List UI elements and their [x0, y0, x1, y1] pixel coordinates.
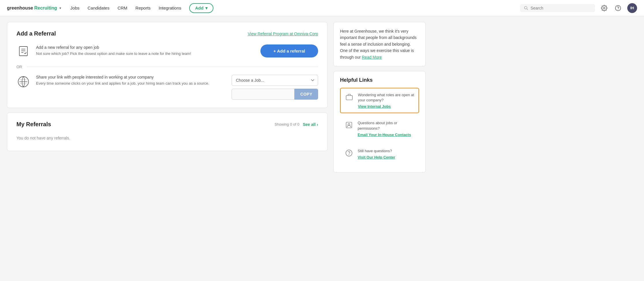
- add-referral-button[interactable]: + Add a referral: [260, 44, 318, 57]
- referral-desc-main: Add a new referral for any open job: [36, 45, 255, 50]
- internal-jobs-content: Wondering what roles are open at your co…: [358, 92, 414, 109]
- share-text: Share your link with people interested i…: [36, 75, 226, 86]
- avatar[interactable]: IH: [627, 3, 637, 13]
- email-contacts-desc: Questions about jobs or permissions?: [358, 120, 415, 131]
- my-referrals-header: My Referrals Showing 0 of 0 See all ›: [16, 121, 318, 128]
- nav-candidates[interactable]: Candidates: [88, 5, 110, 10]
- share-controls: Choose a Job... COPY: [232, 75, 318, 100]
- card-header: Add a Referral View Referral Program at …: [16, 30, 318, 37]
- search-icon: [524, 6, 528, 10]
- navbar: greenhouse Recruiting ▾ Jobs Candidates …: [0, 0, 644, 16]
- help-center-desc: Still have questions?: [358, 148, 415, 154]
- helpful-links-title: Helpful Links: [340, 77, 419, 83]
- svg-point-18: [346, 150, 352, 156]
- helpful-link-email-contacts: Questions about jobs or permissions? Ema…: [340, 116, 419, 141]
- helpful-links-card: Helpful Links Wondering what roles are o…: [333, 71, 426, 173]
- search-input[interactable]: [530, 6, 591, 10]
- right-panel: Here at Greenhouse, we think it's very i…: [333, 22, 426, 173]
- svg-line-1: [527, 9, 527, 10]
- job-select[interactable]: Choose a Job...: [232, 75, 318, 86]
- see-all-chevron-icon: ›: [317, 122, 318, 127]
- my-referrals-card: My Referrals Showing 0 of 0 See all › Yo…: [7, 113, 328, 151]
- svg-point-19: [349, 155, 349, 155]
- share-text-sub: Every time someone clicks on your link a…: [36, 81, 226, 86]
- share-link-row: Share your link with people interested i…: [16, 75, 318, 100]
- nav-reports[interactable]: Reports: [136, 5, 151, 10]
- email-contacts-content: Questions about jobs or permissions? Ema…: [358, 120, 415, 137]
- share-link-icon: [16, 75, 30, 89]
- help-center-link[interactable]: Visit Our Help Center: [358, 155, 395, 159]
- copy-row: COPY: [232, 89, 318, 100]
- info-card: Here at Greenhouse, we think it's very i…: [333, 22, 426, 66]
- brand-product: Recruiting: [34, 5, 57, 11]
- svg-point-2: [603, 7, 605, 9]
- svg-point-17: [348, 124, 350, 126]
- add-button[interactable]: Add ▾: [189, 3, 213, 13]
- add-button-label: Add: [195, 5, 203, 10]
- main-layout: Add a Referral View Referral Program at …: [0, 16, 433, 178]
- see-all-link[interactable]: See all ›: [303, 122, 318, 127]
- showing-count: Showing 0 of 0: [275, 122, 299, 126]
- nav-integrations[interactable]: Integrations: [159, 5, 181, 10]
- add-referral-title: Add a Referral: [16, 30, 56, 37]
- nav-right: IH: [520, 3, 637, 13]
- add-referral-card: Add a Referral View Referral Program at …: [7, 22, 328, 108]
- view-internal-jobs-link[interactable]: View Internal Jobs: [358, 104, 391, 109]
- brand-chevron-icon: ▾: [59, 6, 61, 10]
- info-text: Here at Greenhouse, we think it's very i…: [340, 28, 419, 60]
- helpful-link-help-center: Still have questions? Visit Our Help Cen…: [340, 144, 419, 164]
- my-referrals-title: My Referrals: [16, 121, 51, 128]
- svg-rect-5: [19, 46, 27, 56]
- email-contacts-link[interactable]: Email Your In-House Contacts: [358, 133, 411, 137]
- or-text: OR: [16, 65, 22, 69]
- nav-crm[interactable]: CRM: [117, 5, 127, 10]
- add-chevron-icon: ▾: [205, 5, 208, 11]
- person-icon: [344, 120, 354, 130]
- referral-description: Add a new referral for any open job Not …: [36, 45, 255, 57]
- settings-button[interactable]: [600, 3, 609, 13]
- help-icon: [615, 5, 621, 11]
- nav-links: Jobs Candidates CRM Reports Integrations…: [70, 3, 511, 13]
- no-referrals-text: You do not have any referrals.: [16, 133, 318, 143]
- nav-jobs[interactable]: Jobs: [70, 5, 80, 10]
- briefcase-icon: [345, 92, 354, 102]
- left-panel: Add a Referral View Referral Program at …: [7, 22, 328, 173]
- add-referral-row: Add a new referral for any open job Not …: [16, 44, 318, 58]
- question-circle-icon: [344, 148, 354, 158]
- internal-jobs-desc: Wondering what roles are open at your co…: [358, 92, 414, 103]
- or-divider: OR: [16, 65, 318, 69]
- helpful-link-internal-jobs: Wondering what roles are open at your co…: [340, 88, 419, 113]
- copy-link-input[interactable]: [232, 89, 294, 100]
- view-program-link[interactable]: View Referral Program at Omniva-Corp: [248, 31, 318, 36]
- help-center-content: Still have questions? Visit Our Help Cen…: [358, 148, 415, 159]
- referral-form-icon: [16, 44, 30, 58]
- brand-logo[interactable]: greenhouse Recruiting ▾: [7, 5, 61, 11]
- share-text-main: Share your link with people interested i…: [36, 75, 226, 79]
- copy-button[interactable]: COPY: [294, 89, 318, 100]
- svg-point-3: [615, 5, 621, 10]
- read-more-link[interactable]: Read More: [362, 55, 382, 59]
- gear-icon: [601, 5, 607, 11]
- brand-name: greenhouse: [7, 5, 33, 11]
- search-bar[interactable]: [520, 4, 595, 12]
- svg-rect-14: [346, 96, 352, 100]
- referral-desc-sub: Not sure which job? Pick the closest opt…: [36, 51, 255, 57]
- help-button[interactable]: [613, 3, 623, 13]
- or-line: [27, 67, 318, 67]
